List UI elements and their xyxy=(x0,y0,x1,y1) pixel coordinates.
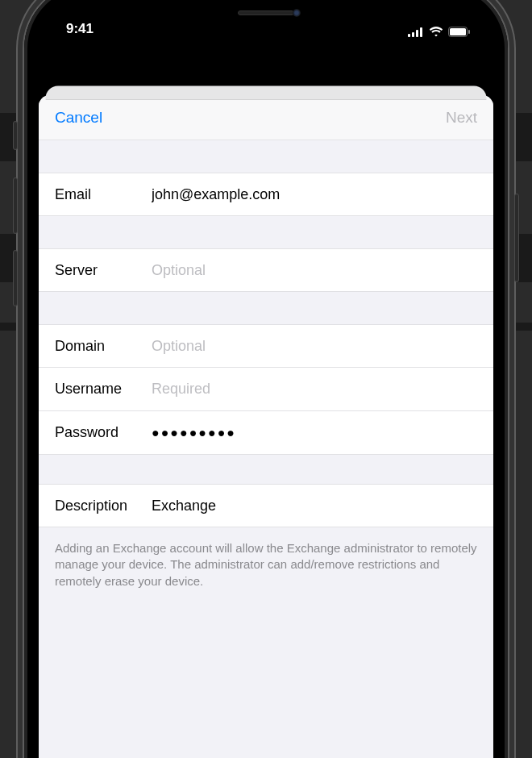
svg-rect-6 xyxy=(468,30,470,34)
cancel-button[interactable]: Cancel xyxy=(55,109,102,127)
username-cell[interactable]: Username xyxy=(39,368,493,411)
password-field[interactable]: ●●●●●●●●● xyxy=(152,426,477,440)
description-cell[interactable]: Description xyxy=(39,484,493,527)
server-field[interactable] xyxy=(152,262,477,279)
email-label: Email xyxy=(55,186,152,203)
description-label: Description xyxy=(55,498,152,514)
battery-icon xyxy=(448,27,471,37)
svg-rect-2 xyxy=(416,30,418,37)
domain-field[interactable] xyxy=(152,338,477,355)
navigation-bar: Cancel Next xyxy=(39,95,493,140)
phone-screen: 9:41 Cancel Next Email xyxy=(39,0,493,758)
domain-cell[interactable]: Domain xyxy=(39,324,493,368)
server-label: Server xyxy=(55,262,152,279)
device-notch xyxy=(165,0,367,27)
username-field[interactable] xyxy=(152,381,477,398)
svg-rect-0 xyxy=(408,34,410,37)
wifi-icon xyxy=(429,27,443,37)
server-cell[interactable]: Server xyxy=(39,248,493,292)
password-cell[interactable]: Password ●●●●●●●●● xyxy=(39,411,493,455)
side-button xyxy=(514,194,519,282)
domain-label: Domain xyxy=(55,338,152,355)
svg-rect-3 xyxy=(420,27,422,37)
mute-switch xyxy=(13,121,18,150)
volume-up-button xyxy=(13,177,18,234)
password-label: Password xyxy=(55,424,152,441)
svg-rect-5 xyxy=(450,28,466,35)
volume-down-button xyxy=(13,250,18,306)
username-label: Username xyxy=(55,381,152,398)
svg-rect-1 xyxy=(412,32,414,37)
footer-disclaimer: Adding an Exchange account will allow th… xyxy=(39,527,493,602)
status-time: 9:41 xyxy=(66,21,94,37)
email-cell[interactable]: Email xyxy=(39,173,493,216)
description-field[interactable] xyxy=(152,498,477,514)
next-button: Next xyxy=(446,109,477,127)
modal-sheet: Cancel Next Email Server Domain xyxy=(39,95,493,758)
background-sheet-peek xyxy=(45,86,486,100)
cellular-signal-icon xyxy=(408,27,424,37)
email-field[interactable] xyxy=(152,186,477,203)
phone-frame: 9:41 Cancel Next Email xyxy=(24,0,508,758)
